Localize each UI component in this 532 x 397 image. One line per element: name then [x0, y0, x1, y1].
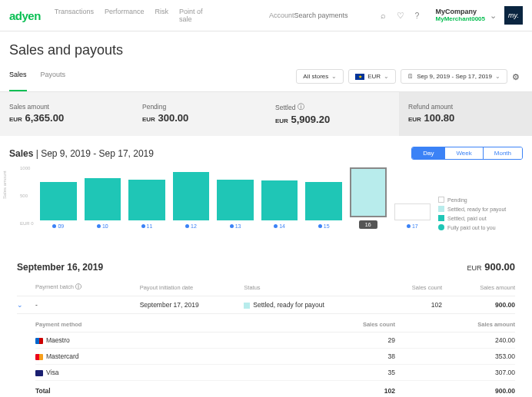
chart-title: Sales | Sep 9, 2019 - Sep 17, 2019 [9, 148, 154, 159]
detail-section: September 16, 2019 EUR 900.00 Payment ba… [0, 252, 532, 397]
pm-amount: 353.00 [395, 352, 515, 360]
status-dot-icon [244, 303, 250, 309]
stores-filter[interactable]: All stores⌄ [296, 69, 344, 84]
legend-item: Settled, ready for payout [438, 206, 523, 212]
gear-icon[interactable]: ⚙ [512, 72, 523, 81]
nav-risk[interactable]: Risk [155, 8, 169, 23]
bar-col[interactable]: 14 [261, 180, 298, 229]
merchant-id: MyMerchant0005 [436, 16, 485, 23]
expand-toggle[interactable]: ⌄ [17, 301, 35, 309]
dot-icon [141, 224, 145, 228]
tab-payouts[interactable]: Payouts [41, 71, 66, 83]
bar [217, 180, 254, 220]
bar-col[interactable]: 13 [217, 180, 254, 229]
bar-col[interactable]: 16 [350, 167, 387, 229]
bar [261, 180, 298, 220]
metric: PendingEUR 300.00 [133, 92, 266, 136]
pm-count: 35 [275, 369, 395, 376]
bar [350, 167, 387, 217]
cell-batch: - [35, 301, 140, 309]
nav-pos[interactable]: Point of sale [179, 8, 215, 23]
legend-item: Settled, paid out [438, 215, 523, 221]
company-switcher[interactable]: MyCompany MyMerchant0005 ⌄ [436, 8, 497, 23]
legend-label: Settled, paid out [447, 216, 487, 221]
bar [40, 182, 77, 220]
col-pm-count: Sales count [275, 321, 395, 328]
metric-label: Pending [142, 103, 257, 111]
y-axis-label: Sales amount [2, 170, 7, 199]
pm-total-row: Total 102 900.00 [35, 381, 515, 397]
search-input[interactable] [294, 12, 371, 19]
nav-performance[interactable]: Performance [105, 8, 145, 23]
avatar[interactable]: my. [504, 6, 523, 25]
dot-icon [407, 224, 411, 228]
bar-col[interactable]: 17 [394, 203, 431, 229]
bar-col[interactable]: 10 [85, 178, 121, 229]
chevron-down-icon: ⌄ [495, 73, 500, 80]
chevron-down-icon: ⌄ [331, 73, 337, 80]
cell-count: 102 [369, 301, 442, 309]
page-title: Sales and payouts [0, 31, 532, 61]
help-icon[interactable]: ? [413, 11, 422, 20]
metrics-bar: Sales amountEUR 6,365.00PendingEUR 300.0… [0, 92, 532, 136]
pm-amount: 240.00 [395, 336, 515, 344]
col-batch: Payment batch ⓘ [35, 283, 140, 291]
pm-count: 29 [275, 336, 395, 344]
bar [394, 203, 431, 220]
legend-label: Fully paid out to you [447, 225, 496, 230]
daterange-filter[interactable]: 🗓Sep 9, 2019 - Sep 17, 2019⌄ [401, 69, 507, 84]
tabs-row: Sales Payouts All stores⌄ ★EUR⌄ 🗓Sep 9, … [0, 61, 532, 92]
col-count: Sales count [369, 284, 442, 291]
filters: All stores⌄ ★EUR⌄ 🗓Sep 9, 2019 - Sep 17,… [296, 69, 523, 84]
pm-name: Maestro [35, 336, 275, 344]
x-label: 17 [407, 223, 418, 229]
x-label: 11 [141, 223, 153, 229]
batch-table: Payment batch ⓘ Payout initiation date S… [17, 279, 515, 397]
x-label: 15 [318, 223, 330, 229]
chevron-down-icon: ⌄ [490, 11, 497, 20]
tabs: Sales Payouts [9, 71, 65, 83]
col-pm: Payment method [35, 321, 275, 328]
col-payout-date: Payout initiation date [140, 284, 244, 291]
bar [128, 180, 165, 220]
search-icon[interactable]: ⌕ [379, 11, 388, 20]
total-count: 102 [275, 387, 395, 395]
chart-section: Sales | Sep 9, 2019 - Sep 17, 2019 Day W… [0, 136, 532, 252]
nav-links: Transactions Performance Risk Point of s… [55, 8, 215, 23]
bars: 091011121314151617 [40, 166, 431, 229]
view-week[interactable]: Week [444, 147, 482, 159]
detail-total: EUR 900.00 [467, 261, 515, 273]
metric-label: Refund amount [408, 103, 523, 111]
pm-row: Mastercard38353.00 [35, 349, 515, 365]
tab-sales[interactable]: Sales [9, 71, 27, 91]
x-label: 10 [97, 223, 108, 229]
top-nav: adyen Transactions Performance Risk Poin… [0, 0, 532, 31]
bar [173, 172, 210, 220]
bar-col[interactable]: 09 [40, 182, 77, 229]
dot-icon [52, 224, 56, 228]
view-month[interactable]: Month [483, 147, 522, 159]
col-status: Status [244, 284, 369, 291]
nav-transactions[interactable]: Transactions [55, 8, 94, 23]
bar-col[interactable]: 12 [173, 172, 210, 229]
x-label: 09 [52, 223, 64, 229]
ytick: EUR 0 [20, 221, 34, 226]
dot-icon [318, 224, 322, 228]
info-icon[interactable]: ⓘ [298, 103, 304, 112]
eu-flag-icon: ★ [355, 74, 364, 80]
bell-icon[interactable]: ♡ [396, 11, 405, 20]
chevron-down-icon: ⌄ [384, 73, 389, 80]
bar-col[interactable]: 11 [128, 180, 165, 229]
info-icon[interactable]: ⓘ [75, 283, 81, 290]
col-pm-amount: Sales amount [395, 321, 515, 328]
metric: Refund amountEUR 100.80 [399, 92, 532, 136]
metric-value: EUR 6,365.00 [9, 112, 124, 124]
view-day[interactable]: Day [412, 147, 444, 159]
nav-account[interactable]: Account [269, 12, 294, 19]
view-toggle: Day Week Month [411, 147, 523, 160]
detail-date: September 16, 2019 [17, 262, 103, 273]
x-label: 16 [359, 220, 377, 229]
bar-col[interactable]: 15 [305, 182, 342, 229]
cell-status: Settled, ready for payout [244, 301, 369, 309]
currency-filter[interactable]: ★EUR⌄ [348, 69, 396, 84]
